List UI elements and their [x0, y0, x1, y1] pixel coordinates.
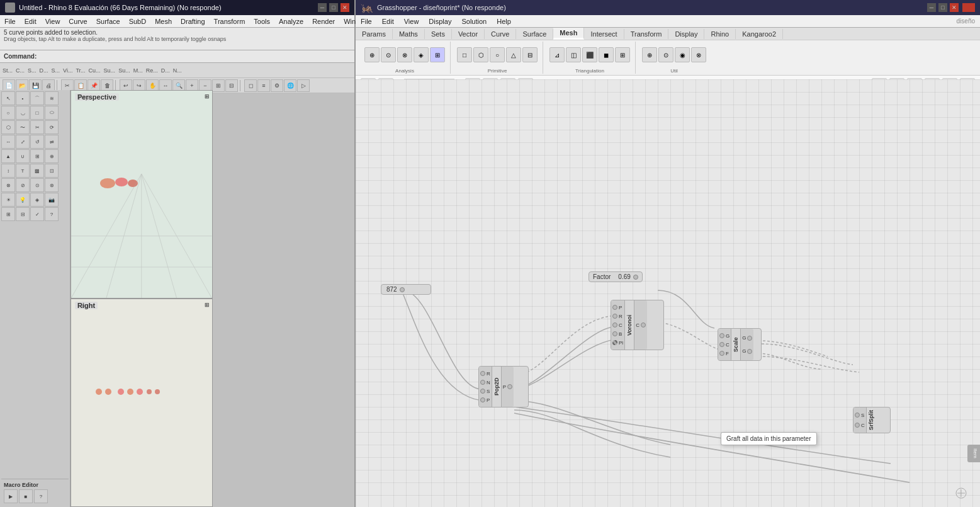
lt-trim[interactable]: ✂ — [30, 120, 44, 134]
gh-util-1[interactable]: ⊕ — [642, 47, 657, 62]
voronoi-port-b[interactable]: B — [612, 329, 623, 338]
rhino-menu-edit[interactable]: Edit — [20, 16, 41, 26]
voronoi-port-pl[interactable]: Pl — [612, 338, 623, 347]
rhino-menu-subd[interactable]: SubD — [125, 16, 151, 26]
gh-tri-4[interactable]: ◼ — [599, 47, 614, 62]
gh-menu-display[interactable]: Display — [424, 16, 456, 26]
rhino-minimize-button[interactable]: ─ — [318, 3, 327, 12]
macro-play[interactable]: ▶ — [4, 489, 18, 503]
gh-tab-mesh[interactable]: Mesh — [553, 28, 584, 40]
gh-tab-display[interactable]: Display — [668, 29, 704, 39]
lt-flow[interactable]: ⊛ — [45, 178, 59, 192]
viewport-right[interactable]: Right ⊞ — [70, 299, 213, 507]
rhino-command-bar[interactable]: Command: — [0, 50, 354, 63]
srfsplit-port-c[interactable]: C — [855, 421, 865, 430]
lt-freeform[interactable]: 〜 — [16, 120, 30, 134]
lt-annotation[interactable]: T — [16, 164, 30, 178]
gh-icon-2[interactable]: ⊙ — [381, 47, 396, 62]
lt-snappy[interactable]: ⊗ — [1, 178, 15, 192]
rhino-menu-curve[interactable]: Curve — [64, 16, 91, 26]
lt-analyse[interactable]: ⊕ — [45, 149, 59, 163]
lt-help[interactable]: ? — [45, 207, 59, 221]
rhino-command-input[interactable] — [39, 53, 41, 60]
scale-port-g[interactable]: G — [719, 331, 729, 340]
gh-tri-5[interactable]: ⊞ — [615, 47, 630, 62]
rhino-menu-mesh[interactable]: Mesh — [150, 16, 176, 26]
gh-icon-1[interactable]: ⊕ — [364, 47, 380, 62]
gh-tab-sets[interactable]: Sets — [425, 29, 452, 39]
gh-icon-3[interactable]: ⊗ — [397, 47, 412, 62]
scale-port-out-g2[interactable]: G — [742, 347, 752, 356]
gh-tri-1[interactable]: ⊿ — [549, 47, 565, 62]
gh-tab-surface[interactable]: Surface — [516, 29, 553, 39]
lt-cage[interactable]: ⊙ — [30, 178, 44, 192]
lt-rotate[interactable]: ↺ — [30, 135, 44, 149]
gh-tab-rhino[interactable]: Rhino — [704, 29, 736, 39]
pop2d-node[interactable]: R N S P Pop2D — [478, 366, 529, 407]
gh-prim-3[interactable]: ○ — [490, 47, 505, 62]
lt-mesh[interactable]: ⊞ — [30, 149, 44, 163]
scale-port-f[interactable]: F — [719, 349, 729, 358]
rhino-menu-drafting[interactable]: Drafting — [176, 16, 210, 26]
gh-canvas[interactable]: 872 R N S — [356, 79, 980, 507]
srfsplit-node[interactable]: S C SrfSplit — [853, 407, 891, 433]
lt-circle[interactable]: ○ — [1, 106, 15, 120]
gh-menu-file[interactable]: File — [356, 16, 377, 26]
rhino-menu-transform[interactable]: Transform — [210, 16, 250, 26]
rhino-maximize-button[interactable]: □ — [329, 3, 338, 12]
lt-hatch[interactable]: ▩ — [30, 164, 44, 178]
lt-point[interactable]: • — [16, 91, 30, 105]
lt-osnap[interactable]: ⊞ — [1, 207, 15, 221]
gh-prim-4[interactable]: △ — [506, 47, 521, 62]
pop2d-port-s[interactable]: S — [480, 387, 490, 396]
gh-tab-intersect[interactable]: Intersect — [584, 29, 624, 39]
gh-util-2[interactable]: ⊙ — [658, 47, 673, 62]
rhino-menu-analyze[interactable]: Analyze — [274, 16, 308, 26]
lt-scale[interactable]: ⤢ — [16, 135, 30, 149]
lt-poly[interactable]: ⬡ — [1, 120, 15, 134]
lt-select[interactable]: ↖ — [1, 91, 15, 105]
lt-mirror[interactable]: ⇌ — [45, 135, 59, 149]
lt-tick[interactable]: ✓ — [30, 207, 44, 221]
gh-util-3[interactable]: ◉ — [675, 47, 690, 62]
number-node-872[interactable]: 872 — [381, 284, 431, 295]
gh-minimize-button[interactable]: ─ — [927, 3, 936, 12]
gh-tab-params[interactable]: Params — [356, 29, 393, 39]
lt-rect[interactable]: □ — [30, 106, 44, 120]
macro-stop[interactable]: ■ — [19, 489, 33, 503]
voronoi-port-out[interactable]: C — [636, 321, 646, 329]
lt-camera[interactable]: 📷 — [45, 193, 59, 207]
scale-node[interactable]: G C F Scale G — [718, 328, 762, 361]
viewport-right-options[interactable]: ⊞ — [205, 302, 210, 308]
rhino-menu-render[interactable]: Render — [308, 16, 339, 26]
gh-prim-2[interactable]: ⬡ — [473, 47, 488, 62]
pop2d-port-r[interactable]: R — [480, 369, 490, 378]
srfsplit-port-s[interactable]: S — [855, 411, 865, 419]
lt-loft[interactable]: ≋ — [45, 91, 59, 105]
lt-block[interactable]: ⊡ — [45, 164, 59, 178]
item-node[interactable]: Item — [967, 445, 980, 462]
gh-prim-1[interactable]: □ — [457, 47, 472, 62]
gh-tab-maths[interactable]: Maths — [393, 29, 425, 39]
gh-prim-5[interactable]: ⊟ — [522, 47, 538, 62]
voronoi-port-r[interactable]: R — [612, 312, 623, 321]
lt-boolean[interactable]: ∪ — [16, 149, 30, 163]
gh-tab-vector[interactable]: Vector — [452, 29, 485, 39]
lt-join[interactable]: ⟳ — [45, 120, 59, 134]
gh-tri-2[interactable]: ◫ — [566, 47, 581, 62]
gh-util-4[interactable]: ⊗ — [691, 47, 706, 62]
rhino-menu-file[interactable]: File — [0, 16, 20, 26]
lt-extrude[interactable]: ▲ — [1, 149, 15, 163]
viewport-perspective-options[interactable]: ⊞ — [205, 93, 210, 100]
gh-menu-help[interactable]: Help — [492, 16, 516, 26]
gh-menu-solution[interactable]: Solution — [456, 16, 492, 26]
macro-help[interactable]: ? — [34, 489, 48, 503]
lt-arc[interactable]: ◡ — [16, 106, 30, 120]
gh-tab-transform[interactable]: Transform — [624, 29, 669, 39]
pop2d-port-out[interactable]: P — [503, 382, 512, 391]
lt-ellipse[interactable]: ⬭ — [45, 106, 59, 120]
gh-tab-curve[interactable]: Curve — [485, 29, 516, 39]
pop2d-port-n[interactable]: N — [480, 378, 490, 387]
lt-move[interactable]: ↔ — [1, 135, 15, 149]
gh-maximize-button[interactable]: □ — [938, 3, 947, 12]
